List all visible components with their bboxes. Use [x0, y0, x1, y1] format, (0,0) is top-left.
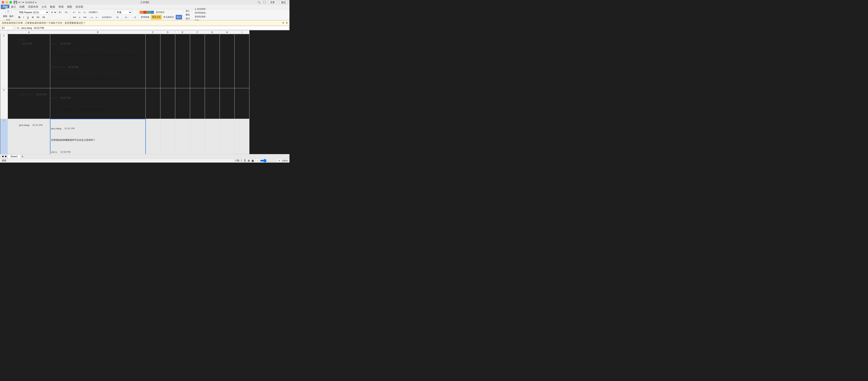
insert-button[interactable]: 插入 [184, 9, 191, 13]
scroll-tabs-right-button[interactable]: ▶ [4, 155, 8, 158]
row-header-7[interactable]: 7 [0, 119, 8, 154]
formula-input[interactable] [21, 26, 289, 30]
align-right-button[interactable]: ≡➡ [82, 15, 88, 20]
delete-button[interactable]: 删除 [184, 13, 191, 16]
notification-close-btn1[interactable]: ✕ [282, 22, 284, 24]
redo-icon[interactable]: ↪ [22, 1, 24, 4]
minimize-button[interactable] [5, 1, 8, 4]
cell-g7[interactable] [205, 119, 220, 154]
add-sheet-button[interactable]: + [21, 154, 24, 158]
spreadsheet-scroll[interactable]: A B C D E F G H I 5 [0, 30, 289, 154]
bold-button[interactable]: B [17, 15, 22, 20]
align-middle-button[interactable]: ≡↕ [77, 10, 82, 14]
zoom-out-button[interactable]: - [257, 159, 258, 162]
number-format-select[interactable]: 常规 [115, 10, 132, 14]
menu-view[interactable]: 视图 [65, 5, 74, 9]
cell-a6[interactable]: Chase Zhang 02:33 PM [8, 88, 50, 119]
menu-help[interactable]: 告诉我 [74, 5, 85, 9]
output-button[interactable]: 输出 [176, 15, 182, 20]
scroll-tabs-left-button[interactable]: ◀ [1, 155, 4, 158]
copy-button[interactable]: 复制 [2, 14, 8, 18]
col-header-c[interactable]: C [146, 31, 160, 34]
comma-button[interactable]: , [120, 15, 123, 20]
font-family-select[interactable]: 等线 Regular (正文) [17, 10, 49, 14]
col-header-e[interactable]: E [175, 31, 190, 34]
find-select-button[interactable]: 查找和选择↓ [193, 15, 208, 19]
zoom-slider[interactable] [260, 159, 277, 162]
share-button[interactable]: 共享 [268, 0, 277, 4]
row-header-6[interactable]: 6 [0, 88, 8, 119]
cell-d7[interactable] [160, 119, 175, 154]
view-preview-button[interactable]: ▦ [252, 159, 254, 162]
notification-close-btn2[interactable]: ✕ [286, 22, 288, 24]
cell-c7[interactable] [146, 119, 160, 154]
border-button[interactable]: ⊞ [31, 15, 35, 20]
table-style-button[interactable]: 套用表格 [140, 15, 151, 20]
sheet-tab-1[interactable]: Sheet1 [8, 154, 21, 158]
decrease-decimal-button[interactable]: ←.0 [130, 15, 137, 20]
auto-wrap-button[interactable]: 自动换行↓ [88, 10, 100, 14]
cell-f6[interactable] [190, 88, 205, 119]
cell-c6[interactable] [146, 88, 160, 119]
cell-g5[interactable] [205, 34, 220, 88]
cell-i7[interactable] [235, 119, 249, 154]
increase-font-button[interactable]: A↑ [57, 10, 63, 14]
cell-e7[interactable] [175, 119, 190, 154]
save-icon[interactable]: 💾 [13, 1, 17, 4]
row-header-5[interactable]: 5 [0, 34, 8, 88]
sum-button[interactable]: ∑ 自动求和↓ [193, 7, 208, 11]
cell-c5[interactable] [146, 34, 160, 88]
col-header-i[interactable]: I [235, 31, 249, 34]
font-color-button[interactable]: A▾ [41, 15, 46, 20]
format-cell-button[interactable]: 格式 [184, 17, 191, 20]
cell-style-button[interactable]: 单元格样式 [162, 15, 175, 20]
align-left-button[interactable]: ⬅≡ [72, 15, 78, 20]
underline-button[interactable]: U [26, 15, 30, 20]
cell-e5[interactable] [175, 34, 190, 88]
col-header-d[interactable]: D [160, 31, 175, 34]
fill-color-button[interactable]: A▾ [35, 15, 41, 20]
align-top-button[interactable]: ≡↑ [72, 10, 77, 14]
cell-h6[interactable] [220, 88, 235, 119]
italic-button[interactable]: I [22, 15, 25, 20]
search-icon[interactable]: 🔍 [257, 1, 261, 4]
cell-reference-input[interactable] [1, 26, 13, 30]
menu-data[interactable]: 数据 [48, 5, 57, 9]
cell-b7[interactable]: jerry kang 02:41 PM 态势感知的病毒数据库可以自定义添加吗？ … [50, 119, 146, 154]
cell-f5[interactable] [190, 34, 205, 88]
cell-h7[interactable] [220, 119, 235, 154]
col-header-b[interactable]: B [50, 31, 146, 34]
col-header-f[interactable]: F [190, 31, 205, 34]
cell-h5[interactable] [220, 34, 235, 88]
menu-draw[interactable]: 绘图 [18, 5, 26, 9]
col-header-a[interactable]: A [8, 31, 50, 34]
zoom-in-button[interactable]: + [279, 159, 280, 162]
align-bottom-button[interactable]: ≡↓ [82, 10, 87, 14]
close-button[interactable] [2, 1, 4, 4]
col-header-g[interactable]: G [205, 31, 220, 34]
cell-i5[interactable] [235, 34, 249, 88]
cell-f7[interactable] [190, 119, 205, 154]
format-button[interactable]: 格式 [8, 14, 14, 18]
menu-page-layout[interactable]: 页面布局 [26, 5, 40, 9]
cell-b5[interactable]: Jon Li 02:32 PM TI sources: autofocus an… [50, 34, 146, 88]
align-center-button[interactable]: ≡ [78, 15, 82, 20]
cell-i6[interactable] [235, 88, 249, 119]
percent-button[interactable]: % [115, 15, 120, 20]
cell-g6[interactable] [205, 88, 220, 119]
comments-button[interactable]: 批注 [279, 0, 288, 4]
cell-e6[interactable] [175, 88, 190, 119]
maximize-button[interactable] [9, 1, 12, 4]
undo-icon[interactable]: ↩ [19, 1, 21, 4]
paste-button[interactable]: 📋 [5, 8, 11, 14]
fullscreen-icon[interactable]: ⛶ [263, 1, 266, 4]
cell-d5[interactable] [160, 34, 175, 88]
menu-formula[interactable]: 公式 [40, 5, 48, 9]
view-normal-button[interactable]: ☰ [244, 159, 246, 162]
view-layout-button[interactable]: ⊞ [248, 159, 250, 162]
merge-center-button[interactable]: 合并居中▾ [101, 15, 113, 20]
cell-d6[interactable] [160, 88, 175, 119]
menu-review[interactable]: 审阅 [57, 5, 65, 9]
cell-a7[interactable]: jerry kang 02:41 PM [8, 119, 50, 154]
warning-button[interactable]: 警告文本 [151, 15, 162, 20]
